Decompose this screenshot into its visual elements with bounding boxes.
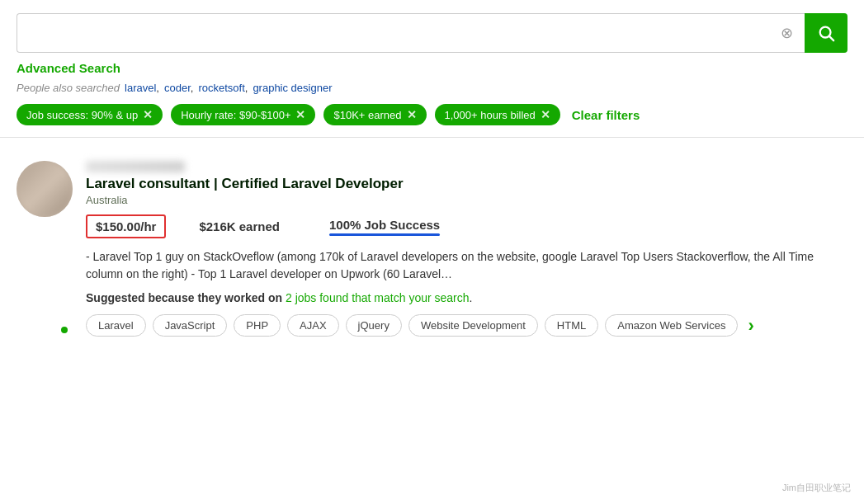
result-title[interactable]: Laravel consultant | Certified Laravel D… (86, 176, 847, 192)
people-also-label: People also searched (17, 82, 120, 94)
search-input[interactable]: lavarel (26, 25, 777, 41)
results-section: Laravel consultant | Certified Laravel D… (0, 138, 864, 360)
suggested-text: Suggested because they worked on 2 jobs … (86, 291, 847, 304)
result-description: - Laravel Top 1 guy on StackOveflow (amo… (86, 248, 847, 283)
svg-line-1 (829, 36, 833, 40)
filter-hours-billed-remove[interactable]: ✕ (541, 108, 550, 121)
avatar (17, 161, 73, 217)
filter-earned-remove[interactable]: ✕ (407, 108, 417, 121)
skill-javascript[interactable]: JavaScript (153, 314, 228, 337)
skill-jquery[interactable]: jQuery (346, 314, 402, 337)
clear-filters-button[interactable]: Clear filters (572, 108, 640, 122)
filter-job-success-remove[interactable]: ✕ (143, 108, 153, 121)
also-link-rocketsoft[interactable]: rocketsoft (198, 82, 248, 94)
filter-hours-billed[interactable]: 1,000+ hours billed ✕ (435, 104, 560, 125)
more-skills-button[interactable]: › (744, 315, 757, 337)
also-link-laravel[interactable]: laravel (125, 82, 159, 94)
skill-ajax[interactable]: AJAX (287, 314, 339, 337)
search-icon (817, 24, 835, 42)
stats-row: $150.00/hr $216K earned 100% Job Success (86, 214, 847, 238)
skill-php[interactable]: PHP (234, 314, 281, 337)
filter-hours-billed-label: 1,000+ hours billed (445, 109, 536, 121)
clear-icon: ⊗ (781, 24, 793, 42)
skill-website-development[interactable]: Website Development (408, 314, 538, 337)
earned-stat: $216K earned (199, 219, 280, 233)
job-success-text: 100% Job Success (329, 218, 440, 232)
filter-earned[interactable]: $10K+ earned ✕ (323, 104, 426, 125)
filter-hourly-rate-remove[interactable]: ✕ (295, 108, 305, 121)
result-location: Australia (86, 194, 847, 206)
result-card: Laravel consultant | Certified Laravel D… (17, 151, 847, 346)
filter-hourly-rate-label: Hourly rate: $90-$100+ (181, 109, 290, 121)
search-button[interactable] (805, 13, 847, 53)
avatar-wrapper (17, 161, 73, 337)
advanced-search-link[interactable]: Advanced Search (17, 61, 120, 75)
job-success-stat: 100% Job Success (329, 218, 440, 236)
hourly-rate-stat: $150.00/hr (86, 214, 166, 238)
freelancer-name-blurred (86, 161, 185, 172)
watermark: Jim自田职业笔记 (777, 480, 856, 496)
skill-aws[interactable]: Amazon Web Services (605, 314, 738, 337)
filter-job-success[interactable]: Job success: 90% & up ✕ (17, 104, 163, 125)
also-link-coder[interactable]: coder (164, 82, 193, 94)
avatar-blur (17, 161, 73, 217)
job-success-underline (329, 233, 440, 236)
result-content: Laravel consultant | Certified Laravel D… (86, 161, 847, 337)
filter-earned-label: $10K+ earned (333, 109, 401, 121)
clear-input-button[interactable]: ⊗ (777, 22, 796, 44)
search-input-wrapper: lavarel ⊗ (17, 13, 805, 53)
suggested-jobs-link[interactable]: 2 jobs found that match your search (286, 291, 470, 304)
people-also-row: People also searched laravel coder rocke… (17, 82, 847, 94)
skills-row: Laravel JavaScript PHP AJAX jQuery Websi… (86, 314, 847, 337)
search-bar-row: lavarel ⊗ (17, 13, 847, 53)
filters-row: Job success: 90% & up ✕ Hourly rate: $90… (17, 104, 847, 137)
filter-hourly-rate[interactable]: Hourly rate: $90-$100+ ✕ (171, 104, 315, 125)
skill-html[interactable]: HTML (545, 314, 598, 337)
search-section: lavarel ⊗ Advanced Search People also se… (0, 0, 864, 138)
filter-job-success-label: Job success: 90% & up (26, 109, 138, 121)
online-status-dot (59, 325, 69, 335)
also-link-graphic-designer[interactable]: graphic designer (253, 82, 332, 94)
skill-laravel[interactable]: Laravel (86, 314, 146, 337)
